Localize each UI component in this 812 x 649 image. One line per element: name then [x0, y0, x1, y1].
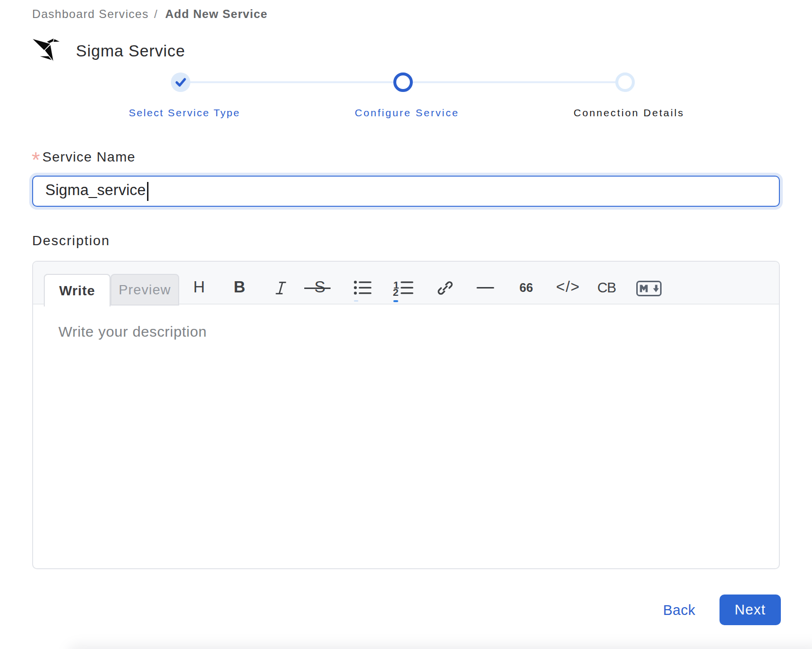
- svg-text:2: 2: [393, 287, 399, 297]
